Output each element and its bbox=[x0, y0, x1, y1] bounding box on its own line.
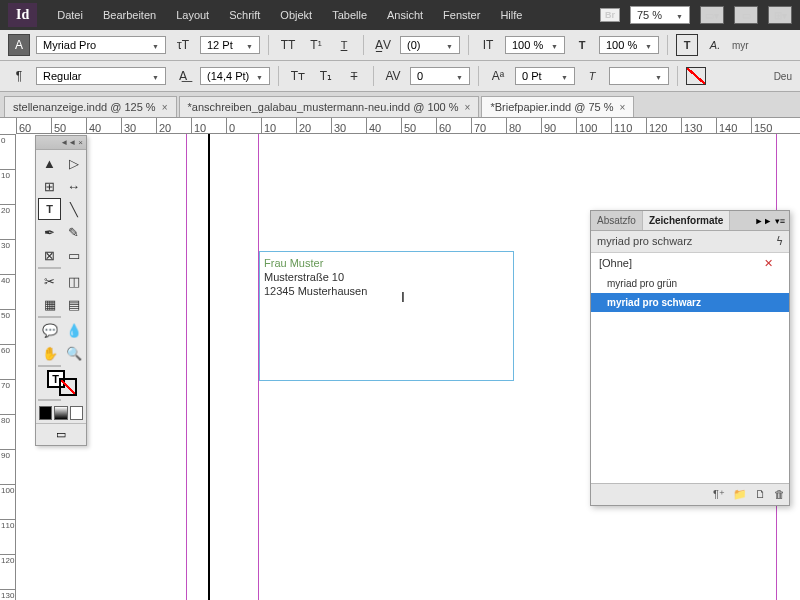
menu-hilfe[interactable]: Hilfe bbox=[490, 3, 532, 27]
zoom-tool[interactable]: 🔍 bbox=[62, 342, 85, 364]
apply-none-icon[interactable] bbox=[70, 406, 83, 420]
menu-objekt[interactable]: Objekt bbox=[270, 3, 322, 27]
line-tool[interactable]: ╲ bbox=[62, 198, 85, 220]
doc-tab-0[interactable]: stellenanzeige.indd @ 125 % × bbox=[4, 96, 177, 117]
gradient-feather-tool[interactable]: ▤ bbox=[62, 293, 85, 315]
address-line2: Musterstraße 10 bbox=[264, 270, 509, 284]
hand-tool[interactable]: ✋ bbox=[38, 342, 61, 364]
gap-tool[interactable]: ↔ bbox=[62, 175, 85, 197]
panel-footer: ¶⁺ 📁 🗋 🗑 bbox=[591, 483, 789, 505]
apply-gradient-icon[interactable] bbox=[54, 406, 67, 420]
allcaps-icon[interactable]: TT bbox=[277, 34, 299, 56]
char-style-link-icon[interactable]: A. bbox=[704, 34, 726, 56]
panel-expand-icon[interactable]: ►► ▾≡ bbox=[750, 214, 789, 228]
bridge-icon[interactable]: Br bbox=[600, 8, 620, 22]
pen-tool[interactable]: ✒ bbox=[38, 221, 61, 243]
doc-tab-0-label: stellenanzeige.indd @ 125 % bbox=[13, 101, 156, 113]
tracking-dropdown[interactable]: 0 bbox=[410, 67, 470, 85]
rectangle-tool[interactable]: ▭ bbox=[62, 244, 85, 266]
horizontal-ruler[interactable]: 6050403020100102030405060708090100110120… bbox=[16, 118, 800, 134]
zoom-dropdown[interactable]: 75 % bbox=[630, 6, 690, 24]
kerning-dropdown[interactable]: (0) bbox=[400, 36, 460, 54]
menu-layout[interactable]: Layout bbox=[166, 3, 219, 27]
character-styles-panel[interactable]: Absatzfo Zeichenformate ►► ▾≡ myriad pro… bbox=[590, 210, 790, 506]
close-icon[interactable]: × bbox=[162, 102, 168, 113]
font-size-dropdown[interactable]: 12 Pt bbox=[200, 36, 260, 54]
view-options-icon[interactable]: ▭▾ bbox=[700, 6, 724, 24]
doc-tab-1[interactable]: *anschreiben_galabau_mustermann-neu.indd… bbox=[179, 96, 480, 117]
char-style-hint: myr bbox=[732, 40, 749, 51]
doc-tab-2-label: *Briefpapier.indd @ 75 % bbox=[490, 101, 613, 113]
apply-color-icon[interactable] bbox=[39, 406, 52, 420]
text-frame-address[interactable]: Frau Muster Musterstraße 10 12345 Muster… bbox=[259, 251, 514, 381]
type-tool[interactable]: T bbox=[38, 198, 61, 220]
underline-icon[interactable]: T bbox=[333, 34, 355, 56]
character-format-icon[interactable]: A bbox=[8, 34, 30, 56]
menu-schrift[interactable]: Schrift bbox=[219, 3, 270, 27]
baseline-icon: Aª bbox=[487, 65, 509, 87]
new-folder-icon[interactable]: 📁 bbox=[733, 488, 747, 501]
smallcaps-icon[interactable]: Tᴛ bbox=[287, 65, 309, 87]
strikethrough-icon[interactable]: T bbox=[343, 65, 365, 87]
selection-tool[interactable]: ▲ bbox=[38, 152, 61, 174]
menu-bearbeiten[interactable]: Bearbeiten bbox=[93, 3, 166, 27]
quick-apply-icon[interactable]: ϟ bbox=[776, 235, 783, 248]
page-tool[interactable]: ⊞ bbox=[38, 175, 61, 197]
view-mode-toggle[interactable]: ▭ bbox=[36, 423, 86, 445]
fill-stroke-proxy[interactable]: T bbox=[38, 368, 85, 398]
vertical-ruler[interactable]: 0102030405060708090100110120130 bbox=[0, 134, 16, 600]
character-style-list: [Ohne] ✕ myriad pro grün myriad pro schw… bbox=[591, 253, 789, 483]
clear-override-icon[interactable]: ✕ bbox=[764, 257, 773, 270]
delete-style-icon[interactable]: 🗑 bbox=[774, 488, 785, 501]
font-family-value: Myriad Pro bbox=[43, 39, 96, 51]
pencil-tool[interactable]: ✎ bbox=[62, 221, 85, 243]
hscale-dropdown[interactable]: 100 % bbox=[599, 36, 659, 54]
style-group-icon[interactable]: ¶⁺ bbox=[713, 488, 725, 501]
subscript-icon[interactable]: T₁ bbox=[315, 65, 337, 87]
close-icon[interactable]: × bbox=[620, 102, 626, 113]
style-item-none[interactable]: [Ohne] ✕ bbox=[591, 253, 789, 274]
tools-panel[interactable]: ◄◄ × ▲ ▷ ⊞ ↔ T ╲ ✒ ✎ ⊠ ▭ ✂ ◫ ▦ ▤ 💬 💧 ✋ 🔍… bbox=[35, 135, 87, 446]
font-size-value: 12 Pt bbox=[207, 39, 233, 51]
font-style-dropdown[interactable]: Regular bbox=[36, 67, 166, 85]
doc-tab-2[interactable]: *Briefpapier.indd @ 75 % × bbox=[481, 96, 634, 117]
doc-tab-1-label: *anschreiben_galabau_mustermann-neu.indd… bbox=[188, 101, 459, 113]
panel-tab-zeichenformate[interactable]: Zeichenformate bbox=[643, 211, 730, 230]
eyedropper-tool[interactable]: 💧 bbox=[62, 319, 85, 341]
free-transform-tool[interactable]: ◫ bbox=[62, 270, 85, 292]
close-icon[interactable]: × bbox=[465, 102, 471, 113]
style-item-schwarz[interactable]: myriad pro schwarz bbox=[591, 293, 789, 312]
fill-color-icon[interactable]: T bbox=[676, 34, 698, 56]
arrange-icon[interactable]: ⊞▾ bbox=[768, 6, 792, 24]
kerning-icon: A̲V bbox=[372, 34, 394, 56]
leading-value: (14,4 Pt) bbox=[207, 70, 249, 82]
skew-dropdown[interactable] bbox=[609, 67, 669, 85]
guide-vertical[interactable] bbox=[186, 134, 187, 600]
language-label: Deu bbox=[774, 71, 792, 82]
baseline-dropdown[interactable]: 0 Pt bbox=[515, 67, 575, 85]
menu-ansicht[interactable]: Ansicht bbox=[377, 3, 433, 27]
leading-dropdown[interactable]: (14,4 Pt) bbox=[200, 67, 270, 85]
rectangle-frame-tool[interactable]: ⊠ bbox=[38, 244, 61, 266]
style-item-gruen[interactable]: myriad pro grün bbox=[591, 274, 789, 293]
font-family-dropdown[interactable]: Myriad Pro bbox=[36, 36, 166, 54]
scissors-tool[interactable]: ✂ bbox=[38, 270, 61, 292]
superscript-icon[interactable]: T¹ bbox=[305, 34, 327, 56]
vscale-dropdown[interactable]: 100 % bbox=[505, 36, 565, 54]
menu-fenster[interactable]: Fenster bbox=[433, 3, 490, 27]
screen-mode-icon[interactable]: ▭ bbox=[734, 6, 758, 24]
direct-selection-tool[interactable]: ▷ bbox=[62, 152, 85, 174]
gradient-swatch-tool[interactable]: ▦ bbox=[38, 293, 61, 315]
control-panel-row2: ¶ Regular A͟ (14,4 Pt) Tᴛ T₁ T AV 0 Aª 0… bbox=[0, 61, 800, 92]
paragraph-format-icon[interactable]: ¶ bbox=[8, 65, 30, 87]
tools-panel-header[interactable]: ◄◄ × bbox=[36, 136, 86, 150]
control-panel-row1: A Myriad Pro τT 12 Pt TT T¹ T A̲V (0) IT… bbox=[0, 30, 800, 61]
tracking-value: 0 bbox=[417, 70, 423, 82]
text-cursor-icon: I bbox=[401, 289, 405, 305]
menu-datei[interactable]: Datei bbox=[47, 3, 93, 27]
panel-tab-absatz[interactable]: Absatzfo bbox=[591, 211, 643, 230]
menu-tabelle[interactable]: Tabelle bbox=[322, 3, 377, 27]
stroke-none-icon[interactable] bbox=[686, 67, 706, 85]
note-tool[interactable]: 💬 bbox=[38, 319, 61, 341]
new-style-icon[interactable]: 🗋 bbox=[755, 488, 766, 501]
